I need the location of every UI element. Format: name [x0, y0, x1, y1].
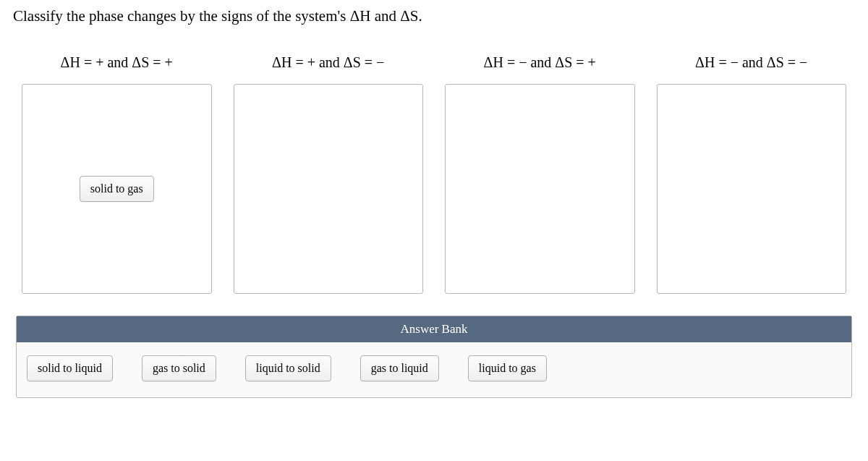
drop-zone-3[interactable]	[445, 84, 635, 294]
category-label: ΔH = − and ΔS = −	[695, 54, 807, 70]
drop-zone-1[interactable]: solid to gas	[22, 84, 212, 294]
category-header-2: ΔH = + and ΔS = −	[272, 54, 384, 71]
item-tile-liquid-to-gas[interactable]: liquid to gas	[468, 355, 547, 381]
category-label: ΔH = + and ΔS = −	[272, 54, 384, 70]
category-column-4: ΔH = − and ΔS = −	[657, 54, 847, 294]
category-column-1: ΔH = + and ΔS = + solid to gas	[22, 54, 212, 294]
item-tile-gas-to-solid[interactable]: gas to solid	[142, 355, 216, 381]
item-tile-liquid-to-solid[interactable]: liquid to solid	[245, 355, 331, 381]
item-tile-gas-to-liquid[interactable]: gas to liquid	[360, 355, 439, 381]
category-label: ΔH = − and ΔS = +	[484, 54, 596, 70]
answer-bank: Answer Bank solid to liquid gas to solid…	[16, 316, 852, 398]
category-header-4: ΔH = − and ΔS = −	[695, 54, 807, 71]
category-label: ΔH = + and ΔS = +	[61, 54, 173, 70]
item-tile-solid-to-liquid[interactable]: solid to liquid	[27, 355, 113, 381]
answer-bank-items[interactable]: solid to liquid gas to solid liquid to s…	[17, 342, 851, 397]
category-header-1: ΔH = + and ΔS = +	[61, 54, 173, 71]
drop-zone-2[interactable]	[234, 84, 424, 294]
answer-bank-header: Answer Bank	[17, 316, 851, 342]
category-column-2: ΔH = + and ΔS = −	[234, 54, 424, 294]
category-column-3: ΔH = − and ΔS = +	[445, 54, 635, 294]
question-text: Classify the phase changes by the signs …	[13, 7, 855, 25]
item-tile-solid-to-gas[interactable]: solid to gas	[80, 176, 154, 202]
drop-zone-4[interactable]	[657, 84, 847, 294]
categories-row: ΔH = + and ΔS = + solid to gas ΔH = + an…	[13, 54, 855, 294]
category-header-3: ΔH = − and ΔS = +	[484, 54, 596, 71]
